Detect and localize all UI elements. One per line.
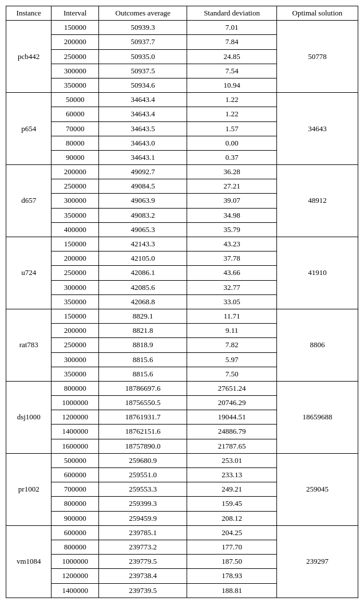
std-cell: 32.77 <box>187 280 276 294</box>
interval-cell: 350000 <box>52 208 99 222</box>
interval-cell: 200000 <box>52 252 99 266</box>
avg-cell: 50934.6 <box>99 78 187 92</box>
interval-cell: 600000 <box>52 468 99 482</box>
instance-cell: vm1084 <box>6 525 52 598</box>
avg-cell: 42086.1 <box>99 266 187 280</box>
avg-cell: 34643.4 <box>99 107 187 121</box>
interval-cell: 80000 <box>52 136 99 150</box>
std-cell: 19044.51 <box>187 410 276 425</box>
avg-cell: 18761931.7 <box>99 410 187 425</box>
avg-cell: 8821.8 <box>99 324 187 338</box>
avg-cell: 18786697.6 <box>99 381 187 395</box>
std-cell: 37.78 <box>187 252 276 266</box>
std-cell: 0.37 <box>187 150 276 164</box>
std-cell: 10.94 <box>187 78 276 92</box>
std-cell: 24886.79 <box>187 425 276 439</box>
avg-cell: 50937.5 <box>99 64 187 78</box>
avg-cell: 259551.0 <box>99 468 187 482</box>
interval-cell: 50000 <box>52 93 99 107</box>
std-cell: 21787.65 <box>187 439 276 453</box>
interval-cell: 300000 <box>52 64 99 78</box>
std-cell: 177.70 <box>187 540 276 554</box>
interval-cell: 350000 <box>52 367 99 381</box>
avg-cell: 18757890.0 <box>99 439 187 453</box>
interval-cell: 700000 <box>52 482 99 497</box>
std-cell: 36.28 <box>187 165 276 179</box>
interval-cell: 70000 <box>52 121 99 136</box>
header-standard-deviation: Standard deviation <box>187 6 276 21</box>
std-cell: 233.13 <box>187 468 276 482</box>
interval-cell: 350000 <box>52 78 99 92</box>
std-cell: 188.81 <box>187 583 276 598</box>
interval-cell: 150000 <box>52 21 99 35</box>
avg-cell: 34643.1 <box>99 150 187 164</box>
interval-cell: 1400000 <box>52 425 99 439</box>
interval-cell: 250000 <box>52 179 99 194</box>
avg-cell: 259459.9 <box>99 511 187 525</box>
header-instance: Instance <box>6 6 52 21</box>
interval-cell: 1200000 <box>52 410 99 425</box>
avg-cell: 8815.6 <box>99 352 187 367</box>
avg-cell: 42085.6 <box>99 280 187 294</box>
interval-cell: 90000 <box>52 150 99 164</box>
std-cell: 39.07 <box>187 194 276 208</box>
interval-cell: 900000 <box>52 511 99 525</box>
avg-cell: 239779.5 <box>99 555 187 569</box>
interval-cell: 800000 <box>52 497 99 511</box>
std-cell: 204.25 <box>187 525 276 540</box>
std-cell: 27.21 <box>187 179 276 194</box>
interval-cell: 1000000 <box>52 396 99 410</box>
std-cell: 159.45 <box>187 497 276 511</box>
avg-cell: 50939.3 <box>99 21 187 35</box>
optimal-cell: 41910 <box>276 237 358 309</box>
avg-cell: 239773.2 <box>99 540 187 554</box>
header-optimal-solution: Optimal solution <box>276 6 358 21</box>
header-interval: Interval <box>52 6 99 21</box>
avg-cell: 49084.5 <box>99 179 187 194</box>
avg-cell: 259553.3 <box>99 482 187 497</box>
std-cell: 253.01 <box>187 453 276 467</box>
avg-cell: 49063.9 <box>99 194 187 208</box>
std-cell: 7.82 <box>187 338 276 352</box>
optimal-cell: 50778 <box>276 21 358 93</box>
std-cell: 20746.29 <box>187 396 276 410</box>
interval-cell: 250000 <box>52 266 99 280</box>
std-cell: 1.22 <box>187 93 276 107</box>
optimal-cell: 239297 <box>276 525 358 598</box>
instance-cell: dsj1000 <box>6 381 52 453</box>
std-cell: 9.11 <box>187 324 276 338</box>
interval-cell: 300000 <box>52 194 99 208</box>
optimal-cell: 8806 <box>276 309 358 381</box>
interval-cell: 150000 <box>52 309 99 323</box>
instance-cell: pr1002 <box>6 453 52 525</box>
instance-cell: p654 <box>6 93 52 165</box>
interval-cell: 500000 <box>52 453 99 467</box>
std-cell: 27651.24 <box>187 381 276 395</box>
std-cell: 43.66 <box>187 266 276 280</box>
avg-cell: 239738.4 <box>99 569 187 583</box>
std-cell: 7.84 <box>187 35 276 49</box>
interval-cell: 1600000 <box>52 439 99 453</box>
interval-cell: 200000 <box>52 165 99 179</box>
instance-cell: pcb442 <box>6 21 52 93</box>
avg-cell: 8829.1 <box>99 309 187 323</box>
std-cell: 7.01 <box>187 21 276 35</box>
avg-cell: 49083.2 <box>99 208 187 222</box>
interval-cell: 250000 <box>52 49 99 64</box>
interval-cell: 300000 <box>52 352 99 367</box>
avg-cell: 259399.3 <box>99 497 187 511</box>
interval-cell: 60000 <box>52 107 99 121</box>
interval-cell: 250000 <box>52 338 99 352</box>
interval-cell: 1000000 <box>52 555 99 569</box>
std-cell: 33.05 <box>187 294 276 309</box>
avg-cell: 8815.6 <box>99 367 187 381</box>
interval-cell: 150000 <box>52 237 99 252</box>
header-outcomes-average: Outcomes average <box>99 6 187 21</box>
interval-cell: 200000 <box>52 35 99 49</box>
std-cell: 249.21 <box>187 482 276 497</box>
avg-cell: 18756550.5 <box>99 396 187 410</box>
std-cell: 1.57 <box>187 121 276 136</box>
avg-cell: 50937.7 <box>99 35 187 49</box>
std-cell: 7.50 <box>187 367 276 381</box>
results-table: Instance Interval Outcomes average Stand… <box>6 6 358 598</box>
